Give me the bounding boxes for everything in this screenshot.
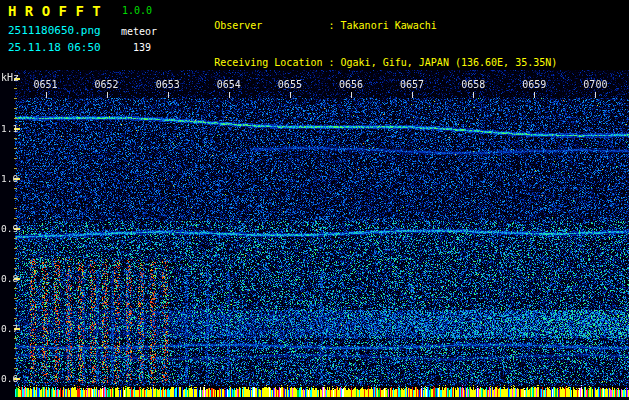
time-tick-label: 0651 xyxy=(33,79,57,90)
time-tick-label: 0654 xyxy=(217,79,241,90)
time-tick-label: 0656 xyxy=(339,79,363,90)
info-value-location: : Ogaki, Gifu, JAPAN (136.60E, 35.35N) xyxy=(329,57,558,68)
time-tick-label: 0658 xyxy=(461,79,485,90)
spectrogram-canvas xyxy=(0,70,629,400)
time-tick-label: 0655 xyxy=(278,79,302,90)
freq-tick-label: 0.7 xyxy=(1,323,18,334)
capture-mode: meteor xyxy=(121,26,157,37)
time-tick-label: 0659 xyxy=(522,79,546,90)
app-title: H R O F F T xyxy=(8,3,101,19)
y-axis-unit-label: kHz xyxy=(1,72,19,83)
app-version: 1.0.0 xyxy=(122,5,152,16)
freq-tick-label: 0.6 xyxy=(1,373,18,384)
freq-tick-label: 1.0 xyxy=(1,173,18,184)
time-tick-label: 0657 xyxy=(400,79,424,90)
freq-tick-label: 0.8 xyxy=(1,273,18,284)
hrofft-screen: H R O F F T 1.0.0 2511180650.png meteor … xyxy=(0,0,629,400)
freq-tick-label: 1.1 xyxy=(1,123,18,134)
capture-filename: 2511180650.png xyxy=(8,24,101,37)
info-value-observer: : Takanori Kawachi xyxy=(329,20,437,31)
capture-datetime: 25.11.18 06:50 xyxy=(8,41,101,54)
echo-count: 139 xyxy=(133,42,151,53)
time-tick-label: 0653 xyxy=(156,79,180,90)
time-tick-label: 0652 xyxy=(95,79,119,90)
freq-tick-label: 0.9 xyxy=(1,223,18,234)
info-label-observer: Observer xyxy=(214,20,328,33)
time-tick-label: 0700 xyxy=(583,79,607,90)
info-row-observer: Observer: Takanori Kawachi xyxy=(178,7,557,45)
spectrogram: kHz 065106520653065406550656065706580659… xyxy=(0,70,629,400)
info-label-location: Receiving Location xyxy=(214,57,328,70)
